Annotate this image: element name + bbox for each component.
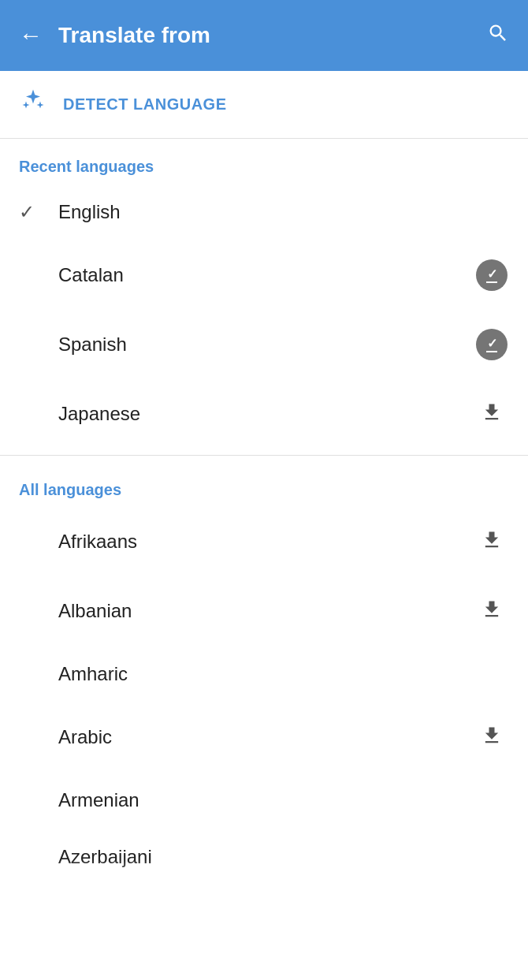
app-header: ← Translate from	[0, 0, 528, 71]
download-icon[interactable]	[474, 397, 509, 431]
list-item[interactable]: Amharic	[0, 646, 528, 702]
downloaded-icon: ✓	[474, 258, 509, 293]
list-item[interactable]: ✓ English	[0, 184, 528, 240]
sparkles-icon	[19, 88, 47, 121]
recent-languages-heading: Recent languages	[0, 139, 528, 184]
back-icon[interactable]: ←	[19, 24, 43, 47]
download-arrow-icon	[481, 529, 503, 554]
list-item[interactable]: Afrikaans	[0, 507, 528, 576]
language-name: Afrikaans	[58, 531, 474, 553]
download-arrow-icon	[481, 401, 503, 427]
language-name: Amharic	[58, 663, 509, 685]
downloaded-icon: ✓	[474, 327, 509, 362]
language-name: Armenian	[58, 789, 509, 811]
download-arrow-icon	[481, 725, 503, 750]
list-item[interactable]: Catalan ✓	[0, 240, 528, 310]
list-item[interactable]: Albanian	[0, 576, 528, 646]
list-item[interactable]: Spanish ✓	[0, 310, 528, 379]
search-icon[interactable]	[487, 22, 509, 50]
header-title: Translate from	[58, 23, 471, 48]
detect-language-row[interactable]: DETECT LANGUAGE	[0, 71, 528, 139]
selected-checkmark-icon: ✓	[19, 201, 58, 223]
download-arrow-icon	[481, 598, 503, 624]
language-name: English	[58, 201, 509, 223]
list-item[interactable]: Armenian	[0, 772, 528, 829]
language-name: Azerbaijani	[58, 846, 509, 868]
list-item[interactable]: Arabic	[0, 702, 528, 772]
language-name: Arabic	[58, 726, 474, 748]
language-name: Spanish	[58, 333, 474, 356]
download-icon[interactable]	[474, 524, 509, 559]
all-languages-heading: All languages	[0, 462, 528, 507]
download-icon[interactable]	[474, 594, 509, 628]
list-item[interactable]: Japanese	[0, 379, 528, 449]
language-name: Catalan	[58, 264, 474, 286]
language-name: Japanese	[58, 403, 474, 425]
section-divider	[0, 455, 528, 456]
language-name: Albanian	[58, 600, 474, 622]
download-icon[interactable]	[474, 720, 509, 755]
list-item[interactable]: Azerbaijani	[0, 829, 528, 892]
detect-language-label: DETECT LANGUAGE	[63, 95, 227, 114]
